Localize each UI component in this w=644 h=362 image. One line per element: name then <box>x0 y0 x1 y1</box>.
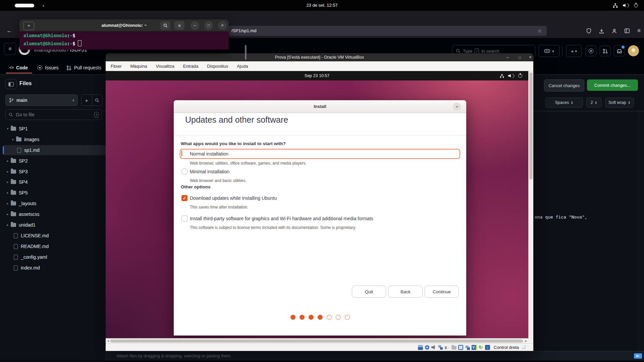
optical-disks-icon[interactable] <box>425 345 430 350</box>
checkbox-download-updates-label[interactable]: Download updates while installing Ubuntu <box>190 195 277 201</box>
wrap-mode-select[interactable]: Soft wrap⇕ <box>605 98 634 108</box>
guest-vertical-scrollbar[interactable] <box>528 71 533 338</box>
new-terminal-tab-button[interactable]: + <box>23 22 34 30</box>
terminal-body[interactable]: alumnat@Ghionoiu:~$ alumnat@Ghionoiu:~$ <box>19 32 229 50</box>
inbox-button[interactable] <box>614 46 625 56</box>
avatar[interactable] <box>628 45 639 56</box>
menu-entrada[interactable]: Entrada <box>183 64 199 69</box>
tree-item-file[interactable]: _config.yaml <box>3 252 113 262</box>
create-new-button[interactable]: +▾ <box>566 45 582 57</box>
scrollbar-thumb[interactable] <box>110 340 523 343</box>
terminal-menu-button[interactable]: ≡ <box>174 21 184 30</box>
hard-disks-icon[interactable] <box>418 345 423 350</box>
installer-titlebar[interactable]: Install <box>174 100 466 113</box>
menu-dispositius[interactable]: Dispositius <box>207 64 228 69</box>
back-icon[interactable]: ← <box>5 26 14 36</box>
tree-item-file[interactable]: index.md <box>3 263 113 273</box>
chevron-down-icon[interactable]: ▾ <box>5 127 10 130</box>
chevron-right-icon[interactable]: ▸ <box>5 213 10 216</box>
chevron-right-icon[interactable]: ▸ <box>5 202 10 205</box>
tree-item-folder[interactable]: ▸_layouts <box>3 198 105 208</box>
menu-fitxer[interactable]: Fitxer <box>111 64 122 69</box>
tab-code[interactable]: <>Code <box>9 63 28 73</box>
virtualbox-titlebar[interactable]: Prova [S'està executant] - Oracle VM Vir… <box>106 53 533 61</box>
issues-header-button[interactable] <box>586 46 596 56</box>
editor-scrollbar[interactable] <box>639 111 639 351</box>
system-clock[interactable]: 23 de set. 12:57 <box>0 0 644 11</box>
cancel-changes-button[interactable]: Cancel changes <box>544 79 584 92</box>
radio-minimal-label[interactable]: Minimal installation <box>190 169 229 174</box>
downloads-icon[interactable] <box>597 26 606 35</box>
display-icon[interactable] <box>458 345 463 350</box>
chevron-right-icon[interactable]: ▸ <box>11 138 15 141</box>
network-icon[interactable] <box>438 345 443 350</box>
chevron-right-icon[interactable]: ▸ <box>5 191 10 194</box>
scroll-right-arrow[interactable]: ▸ <box>524 339 528 343</box>
maximize-button[interactable]: □ <box>515 53 525 61</box>
scrollbar-thumb[interactable] <box>529 72 533 180</box>
seamless-windows-icon[interactable] <box>465 345 470 350</box>
terminal-titlebar[interactable]: alumnat@Ghionoiu: ~ + ≡ – □ × <box>19 19 229 32</box>
checkbox-third-party[interactable] <box>181 216 187 222</box>
auto-resize-icon[interactable]: ↓ <box>485 345 490 350</box>
tree-item-file-selected[interactable]: sp1.md <box>3 145 116 155</box>
audio-icon[interactable] <box>431 345 436 350</box>
recording-icon[interactable]: V <box>472 345 477 350</box>
tree-item-folder[interactable]: ▸unidad1 <box>3 220 105 230</box>
radio-minimal-installation[interactable] <box>181 168 188 175</box>
usb-icon[interactable] <box>445 346 450 349</box>
tree-item-folder[interactable]: ▸SP5 <box>3 188 105 198</box>
tree-item-folder[interactable]: ▸SP2 <box>3 156 105 166</box>
app-menu-icon[interactable]: ≡ <box>635 26 643 35</box>
tree-item-folder[interactable]: ▸SP4 <box>3 177 105 187</box>
indent-size-select[interactable]: 2⇕ <box>586 98 602 108</box>
checkbox-download-updates[interactable]: ✓ <box>181 195 187 201</box>
tree-item-file[interactable]: LICENSE.md <box>3 231 113 241</box>
search-files-button[interactable] <box>92 95 103 106</box>
indent-mode-select[interactable]: Spaces⇕ <box>545 98 583 108</box>
attach-files-footer[interactable]: Attach files by dragging & dropping, sel… <box>105 351 644 360</box>
menu-ajuda[interactable]: Ajuda <box>237 64 248 69</box>
copilot-button[interactable]: ▾ <box>539 45 559 57</box>
system-tray[interactable] <box>613 0 638 11</box>
commit-changes-button[interactable]: Commit changes... <box>587 79 638 91</box>
close-button[interactable]: × <box>525 53 535 61</box>
back-button[interactable]: Back <box>388 286 423 298</box>
branch-selector[interactable]: main ▾ <box>5 95 78 106</box>
view-refresh-icon[interactable]: ↻ <box>478 345 483 350</box>
bookmark-star-icon[interactable]: ☆ <box>536 26 543 36</box>
go-to-file-input[interactable]: Go to file t <box>5 109 102 120</box>
tree-item-folder[interactable]: ▾SP1 <box>3 124 105 134</box>
editor-text-fragment[interactable]: ona que fica "Nova", <box>535 215 587 220</box>
menu-visualitza[interactable]: Visualitza <box>156 64 174 69</box>
chevron-right-icon[interactable]: ▸ <box>5 159 10 163</box>
new-file-button[interactable]: + <box>82 95 92 106</box>
chevron-right-icon[interactable]: ▸ <box>5 180 10 184</box>
terminal-search-button[interactable] <box>160 21 170 30</box>
tree-item-file[interactable]: README.md <box>3 241 113 251</box>
chevron-right-icon[interactable]: ▸ <box>5 170 10 173</box>
tab-issues[interactable]: Issues <box>38 63 58 73</box>
tree-item-folder[interactable]: ▸images <box>3 134 111 144</box>
tree-item-folder[interactable]: ▸assetscss <box>3 209 105 219</box>
global-menu-button[interactable]: ≡ <box>4 43 16 55</box>
close-button[interactable]: × <box>218 21 227 30</box>
quit-button[interactable]: Quit <box>352 286 386 298</box>
terminal-scrollbar[interactable] <box>245 45 247 60</box>
tree-item-folder[interactable]: ▸SP3 <box>3 167 105 177</box>
radio-normal-label[interactable]: Normal installation <box>190 151 228 157</box>
scroll-left-arrow[interactable]: ◂ <box>106 339 110 343</box>
checkbox-third-party-label[interactable]: Install third-party software for graphic… <box>190 216 373 221</box>
minimize-button[interactable]: – <box>191 21 199 30</box>
radio-normal-installation[interactable] <box>181 150 182 157</box>
resize-grip[interactable] <box>522 345 526 349</box>
chevron-right-icon[interactable]: ▸ <box>5 223 10 227</box>
menu-maquina[interactable]: Màquina <box>130 64 147 69</box>
minimize-button[interactable]: – <box>502 53 513 61</box>
guest-clock[interactable]: Sep 23 10:57 <box>106 71 528 80</box>
shield-icon[interactable] <box>584 26 593 35</box>
guest-horizontal-scrollbar[interactable]: ◂ ▸ <box>106 338 528 343</box>
pull-requests-header-button[interactable] <box>600 46 610 56</box>
tab-pull-requests[interactable]: Pull requests <box>66 63 101 73</box>
maximize-button[interactable]: □ <box>204 21 213 30</box>
